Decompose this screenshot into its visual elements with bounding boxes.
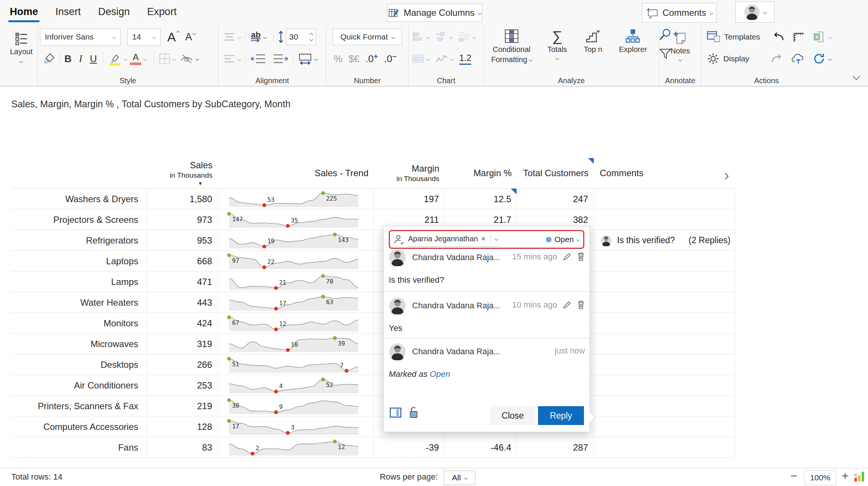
comment-cell[interactable]: Is this verified?(2 Replies): [594, 230, 735, 251]
row-label-cell[interactable]: Fans: [11, 437, 147, 458]
horizontal-align-icon[interactable]: [223, 54, 236, 64]
row-label-cell[interactable]: Printers, Scanners & Fax: [11, 396, 147, 416]
row-label-cell[interactable]: Monitors: [11, 313, 147, 334]
row-label-cell[interactable]: Computers Accessories: [11, 416, 147, 437]
chevron-down-icon[interactable]: [173, 57, 176, 61]
table-chart-icon[interactable]: [412, 53, 425, 64]
currency-format-icon[interactable]: $€: [348, 53, 359, 65]
sparkline-cell[interactable]: 9722: [218, 251, 374, 271]
sparkline-cell[interactable]: 6712: [218, 313, 374, 334]
sales-cell[interactable]: 973: [147, 209, 218, 230]
tab-design[interactable]: Design: [97, 3, 131, 23]
delete-icon[interactable]: [577, 300, 585, 310]
chevron-down-icon[interactable]: [576, 238, 580, 241]
edit-icon[interactable]: [562, 300, 572, 309]
format-painter-icon[interactable]: [43, 53, 55, 65]
comment-cell[interactable]: [594, 334, 735, 354]
comment-preview[interactable]: Is this verified?: [617, 235, 675, 245]
sales-cell[interactable]: 83: [147, 437, 218, 458]
rows-per-page-select[interactable]: All: [444, 471, 475, 485]
row-label-cell[interactable]: Refrigerators: [11, 230, 147, 251]
sales-cell[interactable]: 443: [147, 292, 218, 313]
notes-button[interactable]: Notes: [659, 27, 701, 61]
chevron-down-icon[interactable]: [263, 35, 267, 39]
edit-icon[interactable]: [562, 252, 572, 261]
sparkline-cell[interactable]: 173: [218, 416, 374, 437]
quick-format-select[interactable]: Quick Format: [333, 29, 402, 45]
row-label-cell[interactable]: Washers & Dryers: [11, 189, 147, 209]
sales-cell[interactable]: 319: [147, 334, 218, 354]
row-label-cell[interactable]: Lamps: [11, 271, 147, 292]
comments-button[interactable]: Comments: [642, 3, 717, 23]
chevron-down-icon[interactable]: [196, 57, 199, 61]
customers-cell[interactable]: 247: [517, 189, 594, 209]
chevron-down-icon[interactable]: [426, 57, 430, 61]
row-label-cell[interactable]: Projectors & Screens: [11, 209, 147, 230]
outdent-icon[interactable]: [250, 53, 267, 64]
sparkline-cell[interactable]: 14735: [218, 209, 374, 230]
comment-cell[interactable]: [594, 375, 735, 396]
layout-button[interactable]: Layout: [5, 28, 37, 62]
header-sales-trend[interactable]: Sales - Trend: [218, 158, 374, 188]
margin-cell[interactable]: -39: [374, 437, 445, 458]
tab-export[interactable]: Export: [146, 3, 178, 23]
comment-cell[interactable]: [594, 396, 735, 416]
decrease-decimal-icon[interactable]: .0−: [384, 53, 396, 65]
sparkline-cell[interactable]: 524: [218, 375, 374, 396]
sparkline-cell[interactable]: 309: [218, 396, 374, 416]
templates-button[interactable]: Templates: [707, 30, 764, 43]
margin-cell[interactable]: 197: [374, 189, 445, 209]
indent-icon[interactable]: [272, 53, 289, 64]
sales-cell[interactable]: 266: [147, 354, 218, 375]
sales-cell[interactable]: 668: [147, 251, 218, 271]
ruler-icon[interactable]: [793, 31, 805, 43]
header-comments[interactable]: Comments: [594, 158, 735, 188]
sales-cell[interactable]: 219: [147, 396, 218, 416]
sales-cell[interactable]: 253: [147, 375, 218, 396]
sales-cell[interactable]: 953: [147, 230, 218, 251]
highlight-color-icon[interactable]: [108, 52, 123, 66]
italic-button[interactable]: I: [79, 53, 83, 64]
account-menu[interactable]: [735, 2, 775, 23]
sort-desc-icon[interactable]: ▼: [198, 181, 203, 186]
chevron-down-icon[interactable]: [426, 35, 430, 39]
decrease-font-icon[interactable]: A: [185, 31, 195, 43]
waterfall-chart-icon[interactable]: [435, 31, 448, 43]
comment-cell[interactable]: [594, 437, 735, 458]
increase-decimal-icon[interactable]: .0+: [365, 53, 378, 65]
tab-home[interactable]: Home: [8, 3, 40, 23]
redo-icon[interactable]: [770, 53, 784, 64]
action-status-link[interactable]: Open: [430, 369, 450, 379]
remove-assignee-icon[interactable]: ×: [481, 234, 486, 243]
hide-values-icon[interactable]: [179, 53, 194, 64]
tab-insert[interactable]: Insert: [54, 3, 83, 23]
underline-button[interactable]: U: [90, 53, 97, 65]
row-label-cell[interactable]: Air Conditioners: [11, 375, 147, 396]
totals-button[interactable]: ∑ Totals: [544, 25, 570, 59]
comment-cell[interactable]: [594, 416, 735, 437]
borders-icon[interactable]: [159, 53, 171, 65]
bar-chart-icon[interactable]: [412, 31, 425, 43]
chevron-down-icon[interactable]: [449, 35, 453, 39]
font-color-icon[interactable]: A: [130, 53, 141, 65]
display-button[interactable]: Display: [707, 52, 763, 65]
sparkline-cell[interactable]: 14319: [218, 230, 374, 251]
reply-button[interactable]: Reply: [538, 406, 584, 425]
row-height-stepper[interactable]: 30: [286, 29, 316, 45]
sales-cell[interactable]: 424: [147, 313, 218, 334]
chevron-down-icon[interactable]: [828, 57, 832, 61]
undo-icon[interactable]: [772, 31, 785, 43]
header-margin-pct[interactable]: Margin %: [445, 158, 517, 188]
increase-font-icon[interactable]: A: [167, 30, 179, 44]
sparkline-cell[interactable]: 7021: [218, 271, 374, 292]
sparkline-cell[interactable]: 517: [218, 354, 374, 375]
header-margin[interactable]: Margin in Thousands: [374, 158, 445, 188]
margin-pct-cell[interactable]: 12.5: [445, 189, 517, 209]
header-sales[interactable]: Sales in Thousands ▼: [147, 158, 218, 188]
delete-icon[interactable]: [577, 252, 585, 262]
assignee-bar[interactable]: Aparna Jegannathan × Open: [389, 230, 584, 249]
chevron-down-icon[interactable]: [310, 37, 313, 41]
bold-button[interactable]: B: [64, 53, 72, 65]
conditional-formatting-button[interactable]: Conditional Formatting: [487, 25, 536, 64]
comment-cell[interactable]: [594, 251, 735, 271]
